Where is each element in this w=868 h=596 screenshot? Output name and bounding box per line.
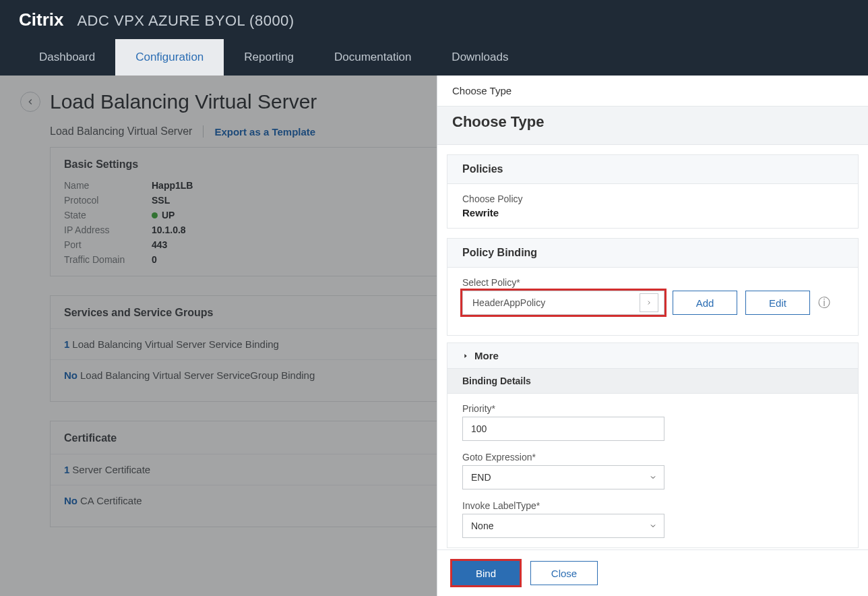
brand: Citrix ADC VPX AZURE BYOL (8000) xyxy=(19,9,294,30)
app-header: Citrix ADC VPX AZURE BYOL (8000) xyxy=(0,0,868,39)
choose-policy-value: Rewrite xyxy=(462,207,843,218)
tab-reporting[interactable]: Reporting xyxy=(224,39,314,76)
tab-dashboard[interactable]: Dashboard xyxy=(19,39,115,76)
binding-details-body: Priority* Goto Expression* END Invoke La… xyxy=(447,394,859,548)
policy-binding-header: Policy Binding xyxy=(447,238,859,268)
main-nav: Dashboard Configuration Reporting Docume… xyxy=(0,39,868,76)
panel-title: Choose Type xyxy=(437,106,868,145)
add-button[interactable]: Add xyxy=(673,291,737,315)
more-label: More xyxy=(474,350,499,361)
bind-button[interactable]: Bind xyxy=(452,561,520,585)
choose-type-panel: Choose Type Choose Type Policies Choose … xyxy=(437,76,868,596)
caret-right-icon xyxy=(462,353,469,359)
goto-expression-select[interactable]: END xyxy=(462,465,664,489)
edit-button[interactable]: Edit xyxy=(745,291,810,315)
tab-configuration[interactable]: Configuration xyxy=(115,39,224,76)
priority-label: Priority* xyxy=(462,403,843,414)
goto-expression-label: Goto Expression* xyxy=(462,452,843,463)
tab-downloads[interactable]: Downloads xyxy=(431,39,528,76)
invoke-labeltype-select[interactable]: None xyxy=(462,514,664,538)
panel-breadcrumb: Choose Type xyxy=(437,76,868,106)
invoke-labeltype-label: Invoke LabelType* xyxy=(462,500,843,511)
tab-documentation[interactable]: Documentation xyxy=(314,39,431,76)
brand-suffix: ADC VPX AZURE BYOL (8000) xyxy=(77,12,294,29)
priority-input[interactable] xyxy=(462,417,664,441)
chevron-right-icon xyxy=(640,293,658,312)
brand-name: Citrix xyxy=(19,9,63,30)
goto-expression-value: END xyxy=(471,472,491,483)
select-policy-picker[interactable]: HeaderAppPolicy xyxy=(462,291,664,315)
chevron-down-icon xyxy=(649,522,657,530)
content-area: Load Balancing Virtual Server Load Balan… xyxy=(0,76,868,596)
policy-binding-body: Select Policy* HeaderAppPolicy Add Edit … xyxy=(447,268,859,336)
select-policy-row: HeaderAppPolicy Add Edit ⓘ xyxy=(462,291,843,315)
select-policy-value: HeaderAppPolicy xyxy=(472,297,545,308)
choose-policy-label: Choose Policy xyxy=(462,193,843,204)
more-toggle[interactable]: More xyxy=(447,342,859,369)
panel-footer: Bind Close xyxy=(437,549,868,596)
select-policy-label: Select Policy* xyxy=(462,277,843,288)
binding-details-header: Binding Details xyxy=(447,369,859,394)
invoke-labeltype-value: None xyxy=(471,520,493,531)
info-icon[interactable]: ⓘ xyxy=(818,295,830,311)
close-button[interactable]: Close xyxy=(530,561,598,585)
chevron-down-icon xyxy=(649,473,657,481)
policies-header: Policies xyxy=(447,154,859,184)
policies-body: Choose Policy Rewrite xyxy=(447,184,859,229)
